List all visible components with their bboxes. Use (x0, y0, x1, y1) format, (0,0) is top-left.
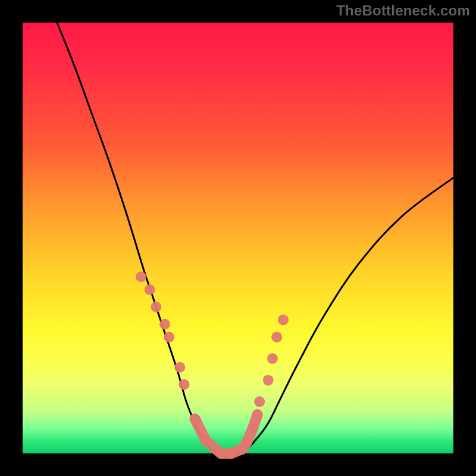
highlight-marker (164, 332, 174, 343)
highlight-marker (226, 448, 237, 459)
bottleneck-curve (57, 23, 453, 454)
highlight-marker (254, 396, 265, 407)
highlight-marker (151, 302, 161, 312)
highlight-marker (179, 379, 190, 390)
highlight-marker (201, 435, 211, 446)
highlight-marker (271, 332, 282, 343)
highlight-marker (174, 362, 185, 372)
plot-area (23, 23, 453, 453)
highlight-marker (190, 414, 201, 424)
highlight-marker (267, 353, 278, 364)
curve-svg (23, 23, 453, 453)
highlight-marker (248, 422, 258, 433)
highlight-marker (278, 315, 289, 325)
highlight-marker (241, 437, 252, 448)
highlight-marker (145, 284, 155, 295)
highlight-marker (215, 448, 226, 459)
watermark-text: TheBottleneck.com (336, 2, 470, 19)
highlight-marker (136, 271, 146, 282)
chart-root: TheBottleneck.com (0, 0, 476, 476)
curve-path (57, 23, 453, 454)
highlight-marker (159, 319, 170, 330)
marker-group (136, 271, 289, 459)
highlight-marker (252, 409, 263, 420)
highlight-marker (263, 375, 274, 386)
